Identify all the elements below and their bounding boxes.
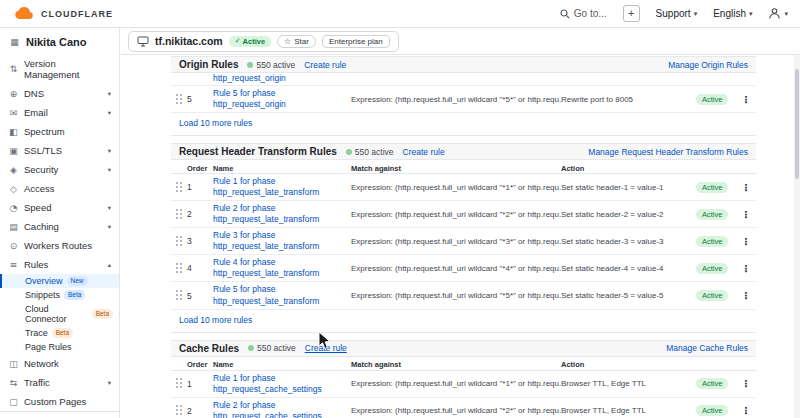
status-badge: Active [696,405,728,416]
custom-pages-icon: ▢ [8,397,19,407]
create-rule-link[interactable]: Create rule [304,60,346,70]
vertical-scrollbar[interactable] [794,55,800,418]
sidebar-item-workers-routes[interactable]: ⊙ Workers Routes [0,236,119,255]
sidebar-item-traffic[interactable]: ⇆ Traffic ▾ [0,373,119,392]
section-title: Origin Rules [179,59,238,70]
kebab-menu-icon[interactable]: ⋮ [741,263,751,274]
collapse-sidebar-button[interactable]: « Collapse sidebar [0,411,119,418]
rule-name-line1: Rule 4 for phase [213,257,351,268]
star-button[interactable]: ☆ Star [277,35,316,48]
rule-name-line1: Rule 1 for phase [213,373,351,384]
drag-handle-icon[interactable] [176,209,183,220]
kebab-menu-icon[interactable]: ⋮ [741,209,751,220]
load-more-rules-link[interactable]: Load 10 more rules [171,113,756,136]
drag-handle-icon[interactable] [176,94,183,105]
rule-name-link[interactable]: Rule 3 for phase http_request_late_trans… [213,230,351,252]
status-badge: Active [696,236,728,247]
load-more-rules-link[interactable]: Load 10 more rules [171,310,756,333]
drag-handle-icon[interactable] [176,263,183,274]
search-label: Go to... [574,8,607,19]
scrollbar-thumb[interactable] [795,69,799,179]
rule-name-line2: http_request_late_transform [213,214,351,225]
rule-name-link[interactable]: Rule 5 for phase http_request_origin [213,88,351,110]
user-icon [768,7,781,20]
active-dot-icon [248,345,254,351]
sidebar-item-access[interactable]: ◇ Access [0,179,119,198]
sidebar-item-ssl-tls[interactable]: ▣ SSL/TLS ▾ [0,141,119,160]
active-dot-icon [247,62,253,68]
language-menu[interactable]: English ▾ [713,8,752,19]
account-menu[interactable]: ▾ [768,7,788,20]
sidebar-item-rules-snippets[interactable]: Snippets Beta [0,288,119,302]
beta-badge: Beta [92,309,113,319]
drag-handle-icon[interactable] [176,182,183,193]
rule-match-expression: Expression: (http.request.full_uri wildc… [351,379,561,388]
kebab-menu-icon[interactable]: ⋮ [741,94,751,105]
email-icon: ✉ [8,108,19,118]
screen: CLOUDFLARE Go to... + Support ▾ English … [0,0,800,418]
sidebar-item-security[interactable]: ◈ Security ▾ [0,160,119,179]
active-count: 550 active [247,60,295,70]
rule-name-line2: http_request_late_transform [213,296,351,307]
drag-handle-icon[interactable] [176,290,183,301]
table-row: 5 Rule 5 for phase http_request_origin E… [171,86,756,113]
sidebar-item-caching[interactable]: ▤ Caching ▾ [0,217,119,236]
beta-badge: Beta [52,328,73,338]
sidebar-item-label: Traffic [24,377,50,388]
rule-name-link[interactable]: Rule 4 for phase http_request_late_trans… [213,257,351,279]
support-menu[interactable]: Support ▾ [656,8,698,19]
rule-name-link[interactable]: Rule 1 for phase http_request_late_trans… [213,176,351,198]
sidebar-item-email[interactable]: ✉ Email ▾ [0,103,119,122]
column-name: Name [213,360,351,369]
sidebar-item-version-management[interactable]: ⇅ Version Management [0,54,119,84]
cloudflare-logo[interactable]: CLOUDFLARE [12,7,113,20]
rule-name-link[interactable]: http_request_origin [213,73,351,84]
version-management-icon: ⇅ [8,64,19,74]
kebab-menu-icon[interactable]: ⋮ [741,378,751,389]
rule-name-link[interactable]: Rule 1 for phase http_request_cache_sett… [213,373,351,395]
drag-handle-icon[interactable] [176,378,183,389]
manage-transform-rules-link[interactable]: Manage Request Header Transform Rules [588,147,748,157]
sidebar-item-rules-trace[interactable]: Trace Beta [0,326,119,340]
ssl-tls-icon: ▣ [8,146,19,156]
create-rule-link[interactable]: Create rule [305,343,347,353]
create-rule-link[interactable]: Create rule [403,147,445,157]
rule-match-expression: Expression: (http.request.full_uri wildc… [351,210,561,219]
kebab-menu-icon[interactable]: ⋮ [741,290,751,301]
sidebar-item-rules-page-rules[interactable]: Page Rules [0,340,119,354]
drag-handle-icon[interactable] [176,236,183,247]
rule-name-line1: Rule 2 for phase [213,203,351,214]
rule-match-expression: Expression: (http.request.full_uri wildc… [351,95,561,104]
zone-status-badge: ✓ Active [229,36,271,47]
new-badge: New [67,276,88,286]
sidebar-item-rules[interactable]: ≡ Rules ▴ [0,255,119,274]
rule-name-link[interactable]: Rule 2 for phase http_request_cache_sett… [213,400,351,418]
rule-name-link[interactable]: Rule 2 for phase http_request_late_trans… [213,203,351,225]
kebab-menu-icon[interactable]: ⋮ [741,182,751,193]
table-row-clipped: http_request_origin [171,73,756,86]
sidebar-item-custom-pages[interactable]: ▢ Custom Pages [0,392,119,411]
rule-name-line1: Rule 2 for phase [213,400,351,411]
kebab-menu-icon[interactable]: ⋮ [741,236,751,247]
section-title: Cache Rules [179,343,239,354]
manage-cache-rules-link[interactable]: Manage Cache Rules [666,343,748,353]
sidebar-item-speed[interactable]: ◔ Speed ▾ [0,198,119,217]
account-row[interactable]: ▦ Nikita Cano [0,28,119,54]
sidebar-item-dns[interactable]: ⊕ DNS ▾ [0,84,119,103]
top-nav-right: Go to... + Support ▾ English ▾ ▾ [560,5,788,22]
kebab-menu-icon[interactable]: ⋮ [741,405,751,416]
manage-origin-rules-link[interactable]: Manage Origin Rules [668,60,748,70]
cache-rules-section: Cache Rules 550 active Create rule Manag… [171,340,756,418]
sidebar-item-network[interactable]: ◫ Network [0,354,119,373]
rules-subnav: Overview New Snippets Beta Cloud Connect… [0,274,119,354]
sidebar-item-rules-cloud-connector[interactable]: Cloud Connector Beta [0,302,119,326]
speed-icon: ◔ [8,203,19,213]
table-row: 4 Rule 4 for phase http_request_late_tra… [171,255,756,282]
sidebar-item-label: Cloud Connector [25,304,88,324]
global-search[interactable]: Go to... [560,8,607,19]
sidebar-item-spectrum[interactable]: ◧ Spectrum [0,122,119,141]
sidebar-item-rules-overview[interactable]: Overview New [0,274,119,288]
add-site-button[interactable]: + [623,5,640,22]
drag-handle-icon[interactable] [176,405,183,416]
rule-name-link[interactable]: Rule 5 for phase http_request_late_trans… [213,284,351,306]
